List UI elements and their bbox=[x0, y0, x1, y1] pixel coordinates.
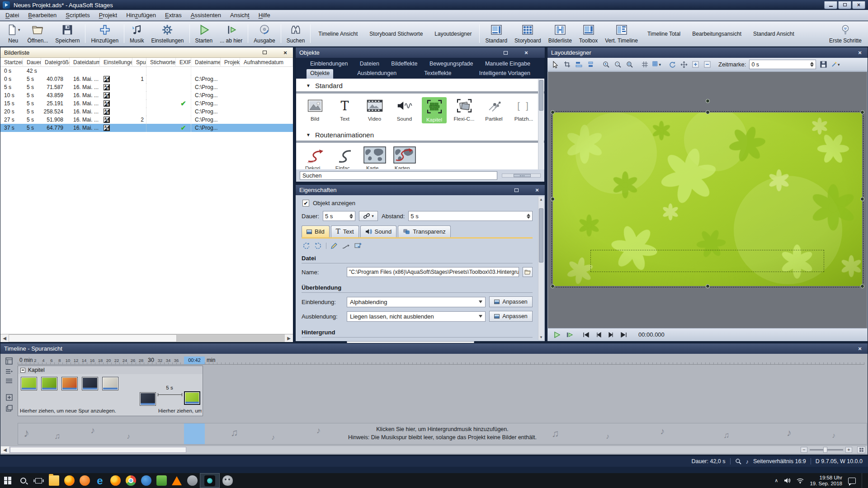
taskbar-thunderbird-icon[interactable] bbox=[138, 473, 154, 488]
table-row[interactable]: 0 s5 s 40.07816. Mai. ... AB 1 C:\Prog..… bbox=[0, 75, 293, 83]
taskbar-clock[interactable]: 19:58 Uhr 19. Sep. 2018 bbox=[810, 475, 842, 487]
timeline-mode-icon[interactable] bbox=[5, 357, 13, 365]
ausgabe-button[interactable]: Ausgabe bbox=[250, 22, 278, 45]
route-einfach[interactable]: Einfac... bbox=[332, 146, 357, 169]
bilderliste-view-button[interactable]: Bilderliste bbox=[545, 22, 576, 45]
menu-datei[interactable]: Datei bbox=[1, 10, 24, 20]
status-note-icon[interactable]: ♪ bbox=[746, 458, 749, 465]
preview-play-from-button[interactable] bbox=[565, 330, 574, 339]
menu-scriptlets[interactable]: Scriptlets bbox=[61, 10, 94, 20]
tab-bewegungspfade[interactable]: Bewegungspfade bbox=[426, 60, 477, 69]
speichern-button[interactable]: Speichern bbox=[52, 22, 83, 45]
taskbar-explorer-icon[interactable] bbox=[46, 473, 61, 488]
col-stichworte[interactable]: Stichworte bbox=[146, 58, 176, 67]
scroll-left-icon[interactable]: ◀ bbox=[1, 446, 9, 453]
objekte-vscrollbar[interactable] bbox=[538, 79, 544, 169]
tab-objekte[interactable]: Objekte bbox=[307, 69, 333, 79]
route-karte[interactable]: Karte... bbox=[362, 146, 387, 169]
resize-handle-w[interactable] bbox=[551, 197, 555, 201]
align-objects-icon[interactable] bbox=[575, 60, 583, 69]
ausblendung-select[interactable]: Liegen lassen, nicht ausblenden bbox=[347, 311, 486, 322]
bilderliste-hscrollbar[interactable]: ◀ ▶ bbox=[0, 334, 293, 342]
bilderliste-maximize-button[interactable] bbox=[260, 49, 269, 56]
save-view-icon[interactable] bbox=[819, 60, 828, 69]
rotate-handle[interactable] bbox=[706, 99, 710, 103]
grid-options-dropdown[interactable]: ▾ bbox=[652, 60, 661, 69]
taskbar-search-button[interactable] bbox=[15, 473, 31, 488]
eigenschaften-pin-button[interactable] bbox=[523, 187, 531, 193]
tab-texteffekte[interactable]: Texteffekte bbox=[420, 69, 455, 79]
col-dateidatum[interactable]: Dateidatum bbox=[70, 58, 100, 67]
select-tool-icon[interactable] bbox=[551, 60, 560, 69]
timeline-item-1[interactable] bbox=[21, 377, 37, 390]
scrollbar-thumb[interactable] bbox=[9, 334, 177, 342]
playhead-range-marker[interactable]: 00:42 bbox=[184, 357, 205, 364]
timeline-close-button[interactable]: × bbox=[856, 345, 864, 352]
storyboard-view-button[interactable]: Storyboard bbox=[511, 22, 545, 45]
tab-sound[interactable]: Sound bbox=[360, 225, 397, 237]
zoom-out-button[interactable]: − bbox=[801, 447, 807, 453]
object-sound[interactable]: Sound bbox=[392, 97, 417, 123]
layout-canvas[interactable] bbox=[548, 72, 867, 328]
rotate-left-icon[interactable] bbox=[302, 242, 310, 249]
selected-image-object[interactable] bbox=[553, 113, 862, 286]
col-einstellungen[interactable]: Einstellungen bbox=[100, 58, 132, 67]
taskbar-stages-active-icon[interactable] bbox=[200, 473, 220, 488]
eigenschaften-maximize-button[interactable] bbox=[512, 187, 520, 193]
scrollbar-thumb[interactable] bbox=[514, 174, 531, 177]
align-grid-icon[interactable] bbox=[586, 60, 595, 69]
resize-handle-se[interactable] bbox=[860, 284, 864, 288]
network-icon[interactable] bbox=[797, 478, 804, 483]
zoom-out-icon[interactable] bbox=[613, 60, 622, 69]
ausblendung-anpassen-button[interactable]: Anpassen bbox=[489, 311, 533, 322]
objekte-mini-scrollbar[interactable] bbox=[502, 174, 541, 178]
start-button[interactable] bbox=[0, 473, 15, 488]
scrollbar-thumb[interactable] bbox=[539, 208, 543, 263]
link-duration-button[interactable]: ▾ bbox=[359, 211, 378, 221]
table-row[interactable]: 15 s5 s 25.19116. Mai. ... AB ✔ C:\Prog.… bbox=[0, 99, 293, 108]
taskbar-app-gray-icon[interactable] bbox=[184, 473, 200, 488]
scroll-down-icon[interactable]: ▼ bbox=[538, 334, 544, 340]
objekte-close-button[interactable]: × bbox=[522, 49, 530, 56]
oeffnen-button[interactable]: Öffnen... bbox=[24, 22, 52, 45]
menu-assistenten[interactable]: Assistenten bbox=[186, 10, 226, 20]
step-back-button[interactable] bbox=[594, 330, 603, 339]
col-aufnahmedatum[interactable]: Aufnahmedatum bbox=[240, 58, 293, 67]
timeline-item-5[interactable] bbox=[102, 377, 118, 390]
rotate-view-icon[interactable] bbox=[668, 60, 676, 69]
skip-end-button[interactable] bbox=[619, 330, 628, 339]
section-standard[interactable]: ▼ Standard bbox=[296, 79, 544, 91]
col-projekt[interactable]: Projekt bbox=[221, 58, 240, 67]
dauer-input[interactable]: 5 s bbox=[323, 211, 355, 221]
scroll-right-icon[interactable]: ▶ bbox=[285, 334, 293, 342]
table-row[interactable]: 0 s42 s bbox=[0, 67, 293, 75]
neu-button[interactable]: ▾ Neu bbox=[3, 22, 24, 45]
duplicate-track-icon[interactable] bbox=[6, 405, 13, 412]
task-view-button[interactable] bbox=[31, 473, 46, 488]
object-video[interactable]: Video bbox=[362, 97, 387, 123]
table-row[interactable]: 20 s5 s 258.52416. Mai. ... AB C:\Prog..… bbox=[0, 108, 293, 116]
resize-handle-sw[interactable] bbox=[551, 284, 555, 288]
storyboard-stichworte-button[interactable]: Storyboard Stichworte bbox=[363, 22, 429, 45]
toolbox-view-button[interactable]: Toolbox bbox=[576, 22, 601, 45]
zoom-in-icon[interactable] bbox=[602, 60, 610, 69]
table-row[interactable]: 10 s5 s 43.85916. Mai. ... AB C:\Prog... bbox=[0, 91, 293, 99]
collapse-minus-icon[interactable] bbox=[20, 368, 25, 373]
timeline-pin-button[interactable] bbox=[845, 345, 854, 352]
timeline-ansicht-button[interactable]: Timeline Ansicht bbox=[312, 22, 363, 45]
tray-expand-icon[interactable]: ∧ bbox=[774, 478, 778, 483]
scrollbar-thumb[interactable] bbox=[10, 447, 186, 453]
image-pan-icon[interactable] bbox=[354, 242, 362, 249]
route-dekoriert[interactable]: Dekori... bbox=[302, 146, 327, 169]
object-partikel[interactable]: Partikel bbox=[481, 97, 506, 123]
rotate-right-icon[interactable] bbox=[314, 242, 322, 249]
text-placeholder-outline[interactable] bbox=[590, 250, 824, 272]
track-list-icon[interactable] bbox=[5, 369, 13, 374]
standard-ansicht-button[interactable]: Standard Ansicht bbox=[747, 22, 800, 45]
einstellungen-button[interactable]: Einstellungen bbox=[147, 22, 187, 45]
resize-handle-s[interactable] bbox=[706, 284, 710, 288]
section-routenanimationen[interactable]: ▼ Routenanimationen bbox=[296, 128, 544, 141]
preview-play-button[interactable] bbox=[552, 330, 561, 339]
object-kapitel-selected[interactable]: Kapitel bbox=[422, 97, 447, 123]
motion-path-icon[interactable] bbox=[342, 242, 350, 249]
